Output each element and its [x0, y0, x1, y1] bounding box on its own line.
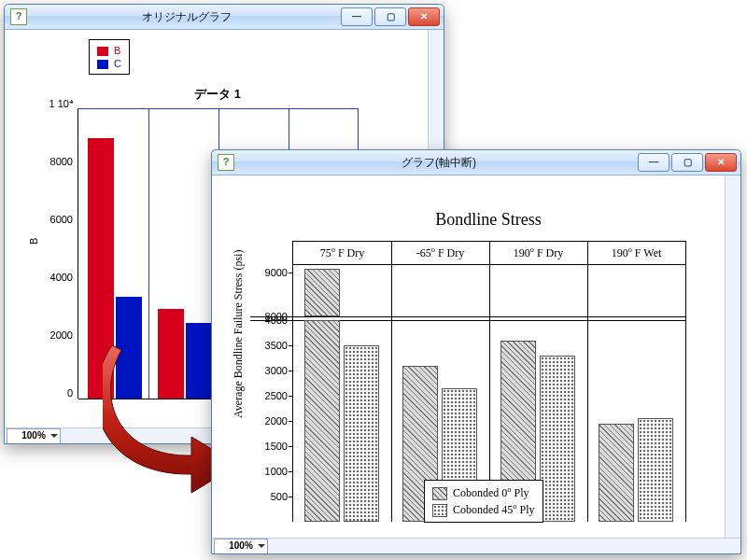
- chart-title: Bondline Stress: [292, 211, 684, 228]
- close-button[interactable]: ✕: [705, 153, 737, 172]
- y-tick: 1500: [250, 441, 288, 452]
- bar-a-1-lower: [304, 320, 340, 522]
- window-buttons: — ▢ ✕: [638, 153, 737, 172]
- zoom-select[interactable]: 100%: [214, 539, 268, 554]
- vertical-scrollbar[interactable]: [725, 175, 740, 539]
- tick-mark: [289, 371, 293, 371]
- minimize-button[interactable]: —: [638, 153, 669, 172]
- legend-label: Cobonded 45o Ply: [453, 503, 535, 516]
- legend-label: C: [114, 58, 121, 69]
- column-header: 190o F Dry: [489, 242, 588, 264]
- bar-b-1: [344, 345, 379, 522]
- y-tick: 3000: [250, 366, 288, 376]
- titlebar[interactable]: グラフ(軸中断) — ▢ ✕: [212, 150, 740, 175]
- y-axis: [78, 109, 78, 399]
- column-divider: [391, 264, 392, 522]
- column-header: 190o F Wet: [587, 242, 686, 264]
- tick-mark: [289, 273, 293, 273]
- tick-mark: [289, 345, 293, 346]
- bar-c-2: [186, 323, 212, 399]
- y-tick: 9000: [250, 268, 288, 278]
- minimize-button[interactable]: —: [341, 7, 373, 26]
- chart-canvas-broken: Bondline Stress Average Bondline Failure…: [212, 175, 726, 539]
- window-broken-axis-graph: グラフ(軸中断) — ▢ ✕ 甲 Bondline Stress Average…: [211, 149, 741, 554]
- bar-b-1: [88, 138, 114, 399]
- legend-swatch-b: [97, 47, 108, 56]
- legend-swatch-dots: [432, 504, 447, 517]
- window-buttons: — ▢ ✕: [341, 7, 440, 26]
- column-header: 75o F Dry: [293, 242, 392, 264]
- y-tick: 500: [250, 492, 288, 502]
- y-tick: 2000: [32, 330, 73, 341]
- zoom-select[interactable]: 100%: [7, 428, 61, 444]
- window-body: 甲 Bondline Stress Average Bondline Failu…: [212, 175, 740, 553]
- legend: B C: [89, 39, 130, 75]
- chart-title: データ 1: [78, 88, 358, 100]
- bar-b-4: [638, 418, 673, 522]
- close-button[interactable]: ✕: [408, 7, 440, 26]
- tick-mark: [289, 446, 293, 447]
- y-axis-label: B: [29, 238, 39, 245]
- legend-swatch-hatch: [432, 487, 447, 500]
- bar-c-1: [116, 297, 142, 399]
- maximize-button[interactable]: ▢: [374, 7, 406, 26]
- axis-break-top: [250, 316, 685, 317]
- tick-mark: [289, 320, 293, 321]
- app-icon: [218, 154, 234, 171]
- legend-label: Cobonded 0o Ply: [453, 486, 529, 499]
- y-tick: 2500: [250, 391, 288, 401]
- tick-mark: [289, 316, 293, 317]
- plot-area: 75o F Dry -65o F Dry 190o F Dry 190o F W…: [292, 241, 686, 522]
- y-tick: 8000: [32, 157, 73, 167]
- window-title: グラフ(軸中断): [240, 155, 638, 171]
- column-header: -65o F Dry: [391, 242, 490, 264]
- column-divider: [587, 264, 588, 522]
- tick-mark: [289, 497, 293, 497]
- bar-b-3: [540, 356, 575, 522]
- gridline: [148, 109, 149, 399]
- y-tick: 1000: [250, 467, 288, 477]
- y-tick: 6000: [32, 215, 73, 225]
- y-tick: 1 10⁴: [32, 99, 73, 109]
- y-tick: 3500: [250, 341, 288, 351]
- tick-mark: [289, 396, 293, 397]
- legend-label: B: [114, 45, 120, 56]
- legend-swatch-c: [97, 60, 108, 69]
- tick-mark: [289, 421, 293, 422]
- bar-b-2: [158, 309, 184, 399]
- titlebar[interactable]: オリジナルグラフ — ▢ ✕: [5, 5, 444, 30]
- window-title: オリジナルグラフ: [33, 9, 341, 25]
- bar-a-1-upper: [304, 269, 340, 316]
- horizontal-scrollbar[interactable]: 100%: [212, 538, 740, 553]
- legend: Cobonded 0o Ply Cobonded 45o Ply: [424, 480, 543, 523]
- maximize-button[interactable]: ▢: [671, 153, 703, 172]
- bar-a-4: [599, 424, 634, 522]
- app-icon: [10, 8, 27, 25]
- y-tick: 4000: [250, 315, 288, 326]
- y-tick: 0: [32, 388, 73, 399]
- y-tick: 4000: [32, 273, 73, 283]
- tick-mark: [289, 471, 293, 472]
- y-axis-label: Average Bondline Failure Stress (psi): [233, 250, 244, 418]
- y-tick: 2000: [250, 416, 288, 427]
